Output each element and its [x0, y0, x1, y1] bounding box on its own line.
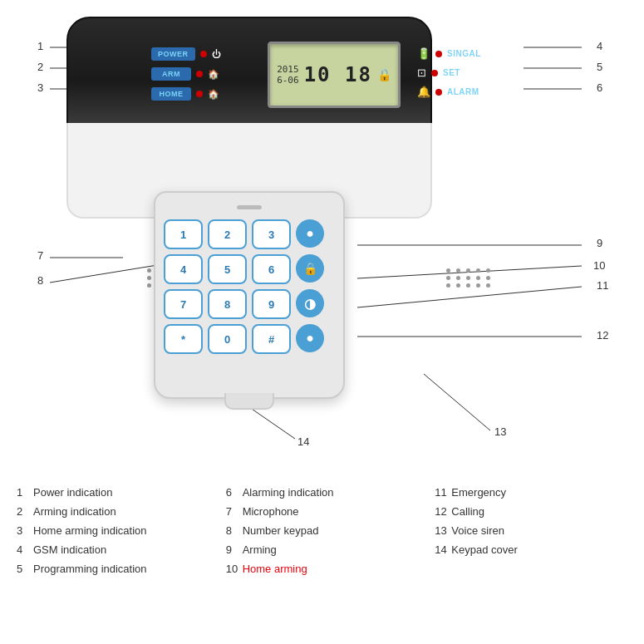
keypad-notch: [237, 205, 262, 209]
callout-6: 6: [597, 81, 602, 94]
alarm-dot: [435, 89, 442, 96]
lcd-lock-icon: 🔒: [377, 68, 391, 81]
set-label: SET: [443, 68, 460, 77]
alarm-row: 🔔 ALARM: [417, 86, 481, 98]
key-hash[interactable]: #: [252, 324, 291, 354]
power-dot: [200, 51, 207, 57]
legend-item-13: 13 Voice siren: [435, 524, 627, 537]
arm-icon: 🏠: [208, 69, 219, 80]
legend-item-8: 8 Number keypad: [226, 524, 419, 537]
legend-item-6: 6 Alarming indication: [226, 486, 419, 499]
key-4[interactable]: 4: [164, 254, 203, 284]
callout-14: 14: [297, 435, 309, 448]
arm-button: ARM: [151, 67, 191, 81]
set-dot: [431, 70, 438, 76]
speaker-right: [446, 268, 492, 306]
key-5[interactable]: 5: [208, 254, 247, 284]
svg-line-12: [424, 374, 490, 430]
alarm-label: ALARM: [447, 87, 479, 96]
keypad-module: 1 2 3 ● 4 5 6 🔒 7 8 9 ◑ * 0 # ●: [154, 191, 345, 399]
home-icon: 🏠: [208, 89, 219, 100]
callout-13: 13: [494, 425, 506, 438]
key-special-4[interactable]: ●: [296, 324, 324, 352]
key-2[interactable]: 2: [208, 219, 247, 249]
speaker-right-dots: [446, 268, 492, 288]
home-indicator-row: HOME 🏠: [151, 87, 221, 101]
right-indicators: 🔋 SINGAL ⊡ SET 🔔 ALARM: [417, 47, 481, 98]
callout-8: 8: [37, 274, 43, 287]
arm-dot: [196, 71, 203, 77]
lcd-display: 2015 6-06 10 18 🔒: [268, 42, 401, 108]
callout-5: 5: [597, 61, 602, 73]
key-special-3[interactable]: ◑: [296, 289, 324, 317]
legend-item-7: 7 Microphone: [226, 505, 419, 518]
keypad-tab: [224, 393, 274, 410]
key-7[interactable]: 7: [164, 289, 203, 319]
lcd-content: 2015 6-06 10 18 🔒: [277, 63, 391, 86]
legend-item-2: 2 Arming indication: [17, 505, 209, 518]
key-special-2[interactable]: 🔒: [296, 254, 324, 283]
key-3[interactable]: 3: [252, 219, 291, 249]
legend-item-12: 12 Calling: [435, 505, 627, 518]
alarm-icon: 🔔: [417, 86, 430, 98]
home-button: HOME: [151, 87, 191, 101]
legend-item-1: 1 Power indication: [17, 486, 209, 499]
lcd-date2: 6-06: [277, 75, 299, 86]
key-star[interactable]: *: [164, 324, 203, 354]
arm-indicator-row: ARM 🏠: [151, 67, 221, 81]
signal-icon: 🔋: [417, 47, 430, 60]
signal-label: SINGAL: [447, 49, 481, 58]
callout-1: 1: [37, 40, 43, 52]
callout-2: 2: [37, 61, 43, 73]
callout-7: 7: [37, 249, 43, 262]
legend-item-14: 14 Keypad cover: [435, 543, 627, 556]
key-9[interactable]: 9: [252, 289, 291, 319]
callout-4: 4: [597, 40, 602, 52]
key-8[interactable]: 8: [208, 289, 247, 319]
set-row: ⊡ SET: [417, 66, 481, 79]
callout-11: 11: [597, 279, 608, 292]
left-indicators: POWER ⏻ ARM 🏠 HOME 🏠: [151, 47, 221, 101]
set-icon: ⊡: [417, 66, 426, 79]
lcd-date1: 2015: [277, 64, 299, 75]
legend: 1 Power indication 6 Alarming indication…: [17, 486, 627, 575]
lcd-time: 10 18: [304, 63, 372, 86]
key-1[interactable]: 1: [164, 219, 203, 249]
legend-item-4: 4 GSM indication: [17, 543, 209, 556]
power-icon: ⏻: [212, 49, 221, 59]
key-special-1[interactable]: ●: [296, 219, 324, 248]
legend-item-5: 5 Programming indication: [17, 563, 209, 575]
callout-12: 12: [597, 329, 608, 342]
callout-10: 10: [593, 259, 605, 272]
legend-item-9: 9 Arming: [226, 543, 419, 556]
home-dot: [196, 91, 203, 97]
power-indicator-row: POWER ⏻: [151, 47, 221, 61]
key-0[interactable]: 0: [208, 324, 247, 354]
signal-row: 🔋 SINGAL: [417, 47, 481, 60]
power-button: POWER: [151, 47, 195, 61]
keypad-grid: 1 2 3 ● 4 5 6 🔒 7 8 9 ◑ * 0 # ●: [164, 219, 335, 354]
legend-item-empty: [435, 563, 627, 575]
callout-3: 3: [37, 81, 43, 94]
legend-item-10: 10 Home arming: [226, 563, 419, 575]
panel-top: POWER ⏻ ARM 🏠 HOME 🏠 2015 6-06 10 18 🔒: [66, 17, 432, 125]
signal-dot: [435, 51, 442, 57]
legend-item-11: 11 Emergency: [435, 486, 627, 499]
svg-line-13: [249, 407, 295, 439]
key-6[interactable]: 6: [252, 254, 291, 284]
legend-item-3: 3 Home arming indication: [17, 524, 209, 537]
callout-9: 9: [597, 237, 602, 249]
